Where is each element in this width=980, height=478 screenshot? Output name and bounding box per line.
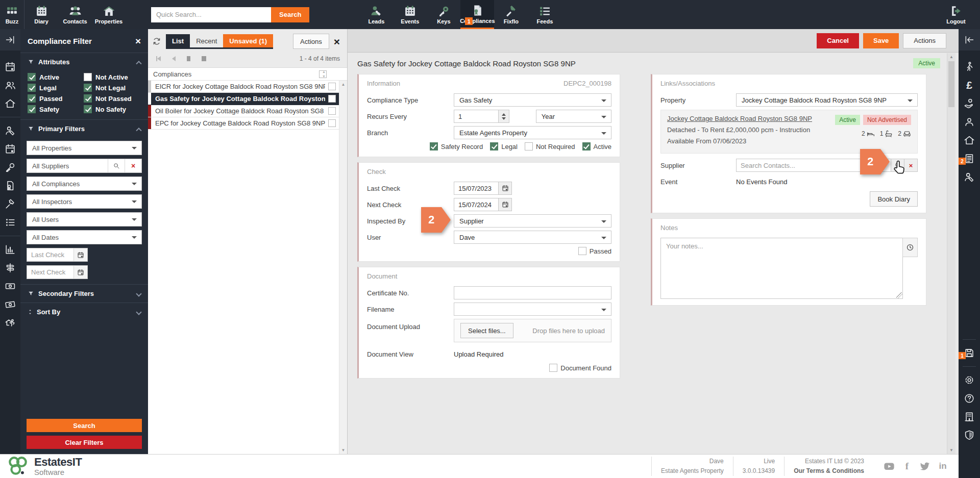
property-select[interactable]: Jockey Cottage Baldock Road Royston SG8 … (736, 93, 918, 107)
clear-supplier-icon[interactable]: × (904, 159, 918, 172)
checkbox[interactable] (84, 105, 92, 113)
all-inspectors-select[interactable]: All Inspectors (27, 194, 142, 209)
rail-lettings-button[interactable] (5, 299, 16, 310)
filter-checkbox-no-safety[interactable]: No Safety (84, 105, 141, 113)
nav-item-compliances[interactable]: Compliances 1 (460, 0, 494, 29)
close-icon[interactable]: × (334, 36, 342, 47)
rail-applicants-button[interactable] (964, 61, 975, 72)
filename-select[interactable] (454, 303, 611, 316)
next-check-input[interactable] (454, 198, 499, 211)
checkbox[interactable] (84, 84, 92, 92)
quick-search-input[interactable] (151, 7, 271, 22)
branch-select[interactable]: Estate Agents Property (454, 126, 611, 139)
last-page-button[interactable] (202, 56, 206, 61)
expand-sidebar-button[interactable] (0, 29, 20, 51)
document-dropzone[interactable]: Select files... Drop files here to uploa… (454, 319, 611, 342)
calendar-icon[interactable] (499, 182, 512, 195)
next-check-date-input[interactable] (27, 266, 74, 279)
rail-viewings-button[interactable] (5, 317, 16, 329)
terms-link[interactable]: Our Terms & Conditions (794, 466, 864, 476)
close-icon[interactable]: × (135, 36, 141, 46)
all-dates-select[interactable]: All Dates (27, 230, 142, 244)
rail-news-button[interactable]: 2 (964, 153, 975, 164)
filter-checkbox-not-active[interactable]: Not Active (84, 73, 141, 81)
recurs-every-input[interactable] (454, 110, 499, 123)
user-select[interactable]: Dave (454, 231, 611, 244)
last-check-input[interactable] (454, 182, 499, 195)
quick-search-button[interactable]: Search (271, 7, 309, 22)
tab-recent[interactable]: Recent (190, 34, 223, 47)
tab-list[interactable]: List (166, 34, 190, 47)
timestamp-note-button[interactable] (902, 238, 918, 257)
passed-checkbox[interactable]: Passed (578, 247, 611, 255)
nav-item-feeds[interactable]: Feeds (528, 0, 561, 29)
list-actions-button[interactable]: Actions (293, 34, 329, 49)
rail-keys-button[interactable] (5, 162, 16, 173)
rail-leads-button[interactable] (5, 125, 16, 136)
checkbox[interactable] (28, 84, 36, 92)
last-check-date-input[interactable] (27, 248, 74, 261)
scroll-up-icon[interactable]: ▲ (949, 55, 953, 59)
list-scrollbar[interactable]: ▲▼ (339, 81, 347, 454)
checkbox[interactable] (84, 73, 92, 81)
rail-compliances-button[interactable] (5, 180, 16, 191)
scrollbar-thumb[interactable] (948, 61, 954, 107)
filter-checkbox-passed[interactable]: Passed (28, 94, 81, 103)
number-stepper[interactable] (499, 110, 509, 123)
book-diary-button[interactable]: Book Diary (870, 191, 918, 207)
primary-filters-section-header[interactable]: Primary Filters (20, 119, 148, 138)
nav-item-leads[interactable]: Leads (359, 0, 393, 29)
facebook-icon[interactable]: f (901, 461, 913, 472)
recurs-unit-select[interactable]: Year (536, 110, 611, 123)
all-suppliers-value[interactable]: All Suppliers (27, 159, 108, 172)
calendar-icon[interactable] (74, 266, 87, 279)
save-button[interactable]: Save (863, 33, 899, 48)
previous-page-button[interactable] (172, 56, 176, 61)
table-row[interactable]: EICR for Jockey Cottage Baldock Road Roy… (148, 81, 347, 93)
certificate-number-input[interactable] (454, 286, 611, 299)
filter-checkbox-not-legal[interactable]: Not Legal (84, 84, 141, 92)
search-icon[interactable] (891, 159, 904, 172)
row-checkbox[interactable] (328, 107, 336, 115)
rail-lead-button[interactable] (964, 171, 975, 183)
row-checkbox[interactable] (328, 95, 336, 103)
filter-search-button[interactable]: Search (27, 419, 142, 432)
safety-record-checkbox[interactable]: Safety Record (430, 142, 483, 150)
rail-events-button[interactable] (5, 143, 16, 155)
filter-checkbox-not-passed[interactable]: Not Passed (84, 94, 141, 103)
detail-actions-button[interactable]: Actions (903, 33, 946, 48)
checkbox[interactable] (84, 94, 92, 103)
nav-item-events[interactable]: Events (393, 0, 427, 29)
table-row-selected[interactable]: Gas Safety for Jockey Cottage Baldock Ro… (148, 93, 347, 105)
logout-button[interactable]: Logout (939, 0, 973, 29)
not-required-checkbox[interactable]: Not Required (525, 142, 575, 150)
rail-unsaved-button[interactable]: 1 (964, 347, 975, 359)
attributes-section-header[interactable]: Attributes (20, 53, 148, 71)
filter-checkbox-safety[interactable]: Safety (28, 105, 81, 113)
nav-item-buzz[interactable]: Buzz (0, 0, 24, 29)
rail-properties-button[interactable] (5, 98, 16, 109)
nav-item-diary[interactable]: Diary (24, 0, 58, 29)
nav-item-properties[interactable]: Properties (92, 0, 126, 29)
calendar-icon[interactable] (74, 248, 87, 261)
rail-signpost-button[interactable] (5, 262, 16, 273)
secondary-filters-section-header[interactable]: Secondary Filters (20, 284, 148, 303)
tab-unsaved[interactable]: Unsaved (1) (223, 34, 273, 47)
first-page-button[interactable] (156, 56, 161, 61)
table-column-header[interactable]: Compliances ▲▼ (148, 68, 347, 81)
checkbox[interactable] (28, 73, 36, 81)
checkbox[interactable] (28, 94, 36, 103)
table-row[interactable]: Oil Boiler for Jockey Cottage Baldock Ro… (148, 105, 347, 117)
all-compliances-select[interactable]: All Compliances (27, 177, 142, 191)
all-users-select[interactable]: All Users (27, 212, 142, 227)
clear-filters-button[interactable]: Clear Filters (27, 436, 142, 449)
sort-arrows-icon[interactable]: ▲▼ (322, 70, 326, 78)
rail-sales-button[interactable] (5, 281, 16, 292)
document-found-checkbox[interactable]: Document Found (549, 364, 611, 372)
rail-contacts-button[interactable] (5, 80, 16, 91)
legal-checkbox[interactable]: Legal (490, 142, 518, 150)
supplier-search-input[interactable] (736, 159, 891, 172)
inspected-by-select[interactable]: Supplier (454, 214, 611, 228)
collapse-sidebar-button[interactable] (959, 29, 980, 51)
rail-payments-button[interactable] (964, 98, 975, 109)
